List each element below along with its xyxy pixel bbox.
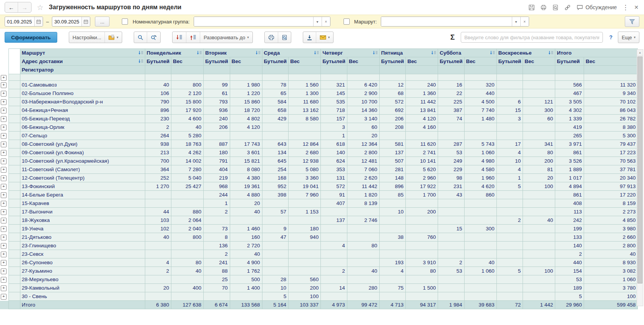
value-cell[interactable]: 4 380 [230, 174, 262, 182]
expand-button[interactable]: + [1, 116, 7, 122]
value-cell[interactable] [438, 216, 465, 225]
value-cell[interactable]: 10 700 [347, 98, 379, 106]
value-cell[interactable]: 7 960 [289, 191, 321, 199]
total-value-cell[interactable]: 4 973 [321, 301, 347, 309]
value-cell[interactable]: 2 273 [584, 208, 638, 216]
value-cell[interactable]: 3 601 [230, 148, 262, 157]
value-cell[interactable]: 1 060 [464, 267, 496, 275]
value-cell[interactable]: 145 [321, 89, 347, 98]
column-header-registrar[interactable]: Регистратор [20, 66, 145, 74]
value-cell[interactable]: 199 [555, 225, 584, 233]
value-cell[interactable]: 658 [262, 106, 289, 115]
value-cell[interactable] [379, 225, 406, 233]
value-cell[interactable]: 53 [438, 267, 465, 275]
value-cell[interactable]: 2 [321, 267, 347, 275]
value-cell[interactable]: 2 620 [347, 174, 379, 182]
expand-button[interactable]: + [1, 252, 7, 257]
expand-button[interactable]: + [1, 150, 7, 156]
value-cell[interactable]: 2 800 [584, 242, 638, 250]
value-cell[interactable] [523, 233, 555, 242]
value-cell[interactable]: 98 [438, 174, 465, 182]
value-cell[interactable]: 6 420 [347, 81, 379, 89]
value-cell[interactable]: 320 [464, 81, 496, 89]
value-cell[interactable]: 134 [262, 148, 289, 157]
value-cell[interactable] [406, 199, 438, 208]
value-cell[interactable]: 1 762 [230, 267, 262, 275]
value-cell[interactable]: 17 920 [171, 106, 204, 115]
value-cell[interactable]: 65 [262, 89, 289, 98]
search-button[interactable] [134, 32, 147, 43]
value-cell[interactable]: 800 [171, 233, 204, 242]
value-cell[interactable] [262, 74, 289, 81]
value-cell[interactable]: 3 505 [555, 98, 584, 106]
value-cell[interactable]: 760 [406, 233, 438, 242]
value-cell[interactable] [171, 199, 204, 208]
value-cell[interactable]: 5 [496, 267, 523, 275]
value-cell[interactable]: 440 [464, 89, 496, 98]
value-cell[interactable]: 14 002 [171, 157, 204, 165]
value-cell[interactable] [230, 292, 262, 301]
value-cell[interactable] [204, 292, 230, 301]
value-cell[interactable]: 404 [204, 165, 230, 174]
value-cell[interactable] [262, 199, 289, 208]
value-cell[interactable] [438, 250, 465, 258]
value-cell[interactable] [496, 89, 523, 98]
value-cell[interactable]: 15 860 [230, 98, 262, 106]
value-cell[interactable] [523, 225, 555, 233]
value-cell[interactable]: 99 [204, 81, 230, 89]
value-cell[interactable]: 57 [262, 208, 289, 216]
total-value-cell[interactable]: 39 683 [464, 301, 496, 309]
total-value-cell[interactable]: 5 164 [262, 301, 289, 309]
value-cell[interactable]: 200 [406, 208, 438, 216]
total-value-cell[interactable]: 133 568 [230, 301, 262, 309]
value-cell[interactable]: 2 680 [289, 148, 321, 157]
value-cell[interactable]: 1 500 [406, 284, 438, 292]
value-cell[interactable] [523, 208, 555, 216]
value-cell[interactable] [496, 233, 523, 242]
favorite-star-icon[interactable]: ☆ [37, 3, 43, 12]
total-value-cell[interactable]: 103 337 [289, 301, 321, 309]
value-cell[interactable]: 14 360 [347, 106, 379, 115]
value-cell[interactable] [464, 199, 496, 208]
value-cell[interactable]: 78 [262, 81, 289, 89]
value-cell[interactable]: 861 [555, 148, 584, 157]
value-cell[interactable]: 4 580 [464, 165, 496, 174]
value-cell[interactable]: 40 [171, 123, 204, 132]
value-cell[interactable]: 131 [321, 174, 347, 182]
expand-button[interactable]: + [1, 142, 7, 147]
route-cell[interactable]: 30 - Свень [20, 292, 145, 301]
value-cell[interactable]: 121 [523, 98, 555, 106]
route-cell[interactable]: 04-Бежица+Речная [20, 106, 145, 115]
value-cell[interactable]: 790 [145, 98, 171, 106]
value-cell[interactable]: 140 [555, 242, 584, 250]
value-cell[interactable]: 2 [204, 208, 230, 216]
sub-header[interactable]: Бутылей [555, 57, 584, 66]
value-cell[interactable]: 4 262 [171, 148, 204, 157]
value-cell[interactable]: 230 [145, 115, 171, 123]
value-cell[interactable]: 68 [379, 89, 406, 98]
value-cell[interactable]: 572 [321, 182, 347, 191]
value-cell[interactable]: 4 120 [406, 115, 438, 123]
quick-filter-input[interactable] [461, 32, 603, 43]
value-cell[interactable] [523, 199, 555, 208]
value-cell[interactable]: 20 [347, 132, 379, 140]
value-cell[interactable]: 4 [145, 258, 171, 267]
value-cell[interactable] [289, 242, 321, 250]
route-cell[interactable]: 15-Карачев [20, 199, 145, 208]
value-cell[interactable]: 419 [555, 123, 584, 132]
value-cell[interactable]: 13 841 [406, 106, 438, 115]
value-cell[interactable]: 20 [523, 174, 555, 182]
value-cell[interactable]: 18 763 [171, 140, 204, 148]
value-cell[interactable] [289, 199, 321, 208]
save-button[interactable] [528, 3, 536, 12]
route-cell[interactable]: 13-Фокинский [20, 182, 145, 191]
value-cell[interactable]: 1 480 [464, 115, 496, 123]
value-cell[interactable] [145, 74, 171, 81]
nomenclature-clear-button[interactable]: × [322, 17, 330, 26]
value-cell[interactable] [438, 132, 465, 140]
expand-button[interactable]: + [1, 192, 7, 198]
more-menu-button[interactable]: ⋮ [621, 3, 629, 12]
value-cell[interactable]: 4 600 [171, 115, 204, 123]
value-cell[interactable]: 61 [204, 89, 230, 98]
value-cell[interactable]: 10 [496, 157, 523, 165]
